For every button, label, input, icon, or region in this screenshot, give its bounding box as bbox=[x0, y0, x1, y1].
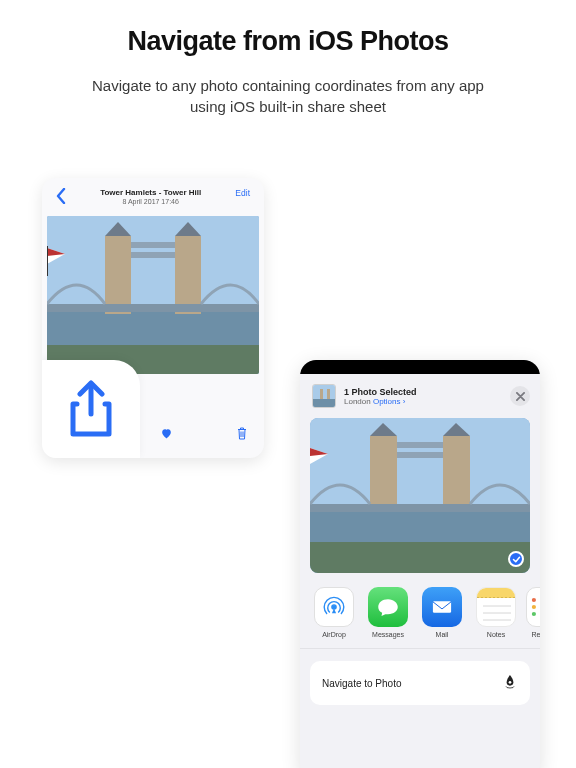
share-header: 1 Photo Selected London Options › bbox=[300, 374, 540, 416]
photo-date-time: 8 April 2017 17:46 bbox=[100, 198, 201, 205]
svg-rect-19 bbox=[310, 418, 530, 510]
navigate-action-row[interactable]: Navigate to Photo bbox=[310, 661, 530, 705]
svg-point-39 bbox=[509, 681, 512, 684]
selected-check-icon bbox=[508, 551, 524, 567]
chevron-left-icon bbox=[56, 188, 66, 204]
svg-rect-28 bbox=[310, 504, 530, 512]
svg-point-38 bbox=[532, 612, 536, 616]
svg-point-37 bbox=[532, 605, 536, 609]
reminders-icon bbox=[526, 587, 540, 627]
svg-rect-26 bbox=[397, 442, 443, 448]
heart-icon bbox=[160, 427, 173, 440]
close-icon bbox=[516, 392, 525, 401]
share-app-messages[interactable]: Messages bbox=[364, 587, 412, 638]
share-app-notes[interactable]: Notes bbox=[472, 587, 520, 638]
airdrop-icon bbox=[314, 587, 354, 627]
mail-icon bbox=[422, 587, 462, 627]
svg-rect-5 bbox=[175, 236, 201, 314]
svg-rect-15 bbox=[313, 399, 336, 408]
photos-detail-card: Tower Hamlets - Tower Hill 8 April 2017 … bbox=[42, 178, 264, 458]
svg-rect-23 bbox=[443, 436, 470, 512]
share-app-row: AirDrop Messages Mail Notes Re bbox=[300, 573, 540, 649]
svg-rect-21 bbox=[310, 510, 530, 542]
edit-button[interactable]: Edit bbox=[235, 188, 250, 198]
svg-rect-16 bbox=[320, 389, 323, 399]
share-app-airdrop[interactable]: AirDrop bbox=[310, 587, 358, 638]
back-button[interactable] bbox=[56, 188, 66, 206]
options-button[interactable]: Options › bbox=[373, 397, 405, 406]
device-notch bbox=[300, 360, 540, 374]
share-header-title: 1 Photo Selected bbox=[344, 387, 502, 397]
share-thumbnail[interactable] bbox=[312, 384, 336, 408]
messages-icon bbox=[368, 587, 408, 627]
svg-point-36 bbox=[532, 598, 536, 602]
trash-icon bbox=[236, 426, 248, 440]
svg-rect-22 bbox=[370, 436, 397, 512]
photos-topbar: Tower Hamlets - Tower Hill 8 April 2017 … bbox=[42, 178, 264, 214]
svg-rect-32 bbox=[433, 601, 451, 613]
share-photo-preview[interactable] bbox=[310, 418, 530, 573]
close-button[interactable] bbox=[510, 386, 530, 406]
svg-rect-9 bbox=[131, 252, 175, 258]
svg-rect-17 bbox=[327, 389, 330, 399]
notes-icon bbox=[476, 587, 516, 627]
navigate-icon bbox=[502, 673, 518, 693]
photo-main[interactable] bbox=[47, 216, 259, 374]
svg-rect-4 bbox=[105, 236, 131, 314]
share-app-mail[interactable]: Mail bbox=[418, 587, 466, 638]
svg-rect-1 bbox=[47, 216, 259, 311]
photos-bottombar bbox=[140, 418, 264, 458]
svg-rect-3 bbox=[47, 311, 259, 345]
delete-button[interactable] bbox=[236, 426, 248, 444]
share-header-subtitle: London Options › bbox=[344, 397, 502, 406]
photo-title-block: Tower Hamlets - Tower Hill 8 April 2017 … bbox=[100, 188, 201, 205]
share-icon bbox=[66, 380, 116, 438]
svg-rect-10 bbox=[47, 304, 259, 312]
favorite-button[interactable] bbox=[160, 426, 173, 444]
share-sheet-card: 1 Photo Selected London Options › bbox=[300, 360, 540, 768]
share-button[interactable] bbox=[42, 360, 140, 458]
navigate-action-label: Navigate to Photo bbox=[322, 678, 402, 689]
share-app-reminders[interactable]: Re bbox=[526, 587, 540, 638]
photo-location-title: Tower Hamlets - Tower Hill bbox=[100, 188, 201, 197]
page-title: Navigate from iOS Photos bbox=[0, 26, 576, 57]
svg-rect-27 bbox=[397, 452, 443, 458]
svg-rect-8 bbox=[131, 242, 175, 248]
page-subtitle: Navigate to any photo containing coordin… bbox=[88, 75, 488, 117]
